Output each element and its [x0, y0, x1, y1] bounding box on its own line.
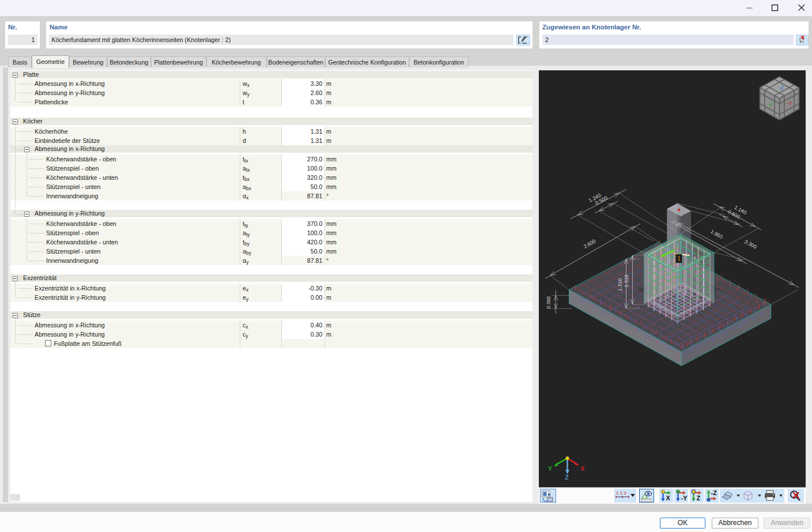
svg-text:1.310: 1.310 — [617, 278, 622, 292]
svg-text:1.310: 1.310 — [623, 274, 629, 288]
svg-text:-z: -z — [779, 84, 783, 90]
svg-text:0.360: 0.360 — [546, 296, 552, 309]
svg-text:1 2 3: 1 2 3 — [616, 491, 626, 496]
svg-text:x: x — [693, 255, 696, 261]
svg-text:Z: Z — [565, 474, 568, 481]
svg-text:Y: Y — [548, 466, 552, 472]
svg-text:-Y: -Y — [681, 495, 688, 501]
svg-text:-x: -x — [787, 100, 792, 106]
svg-text:-y: -y — [768, 101, 773, 107]
svg-text:Z: Z — [696, 495, 700, 501]
svg-text:X: X — [580, 466, 584, 472]
svg-text:1: 1 — [677, 255, 681, 262]
svg-text:-Z: -Z — [711, 489, 717, 496]
svg-text:X: X — [666, 495, 670, 501]
